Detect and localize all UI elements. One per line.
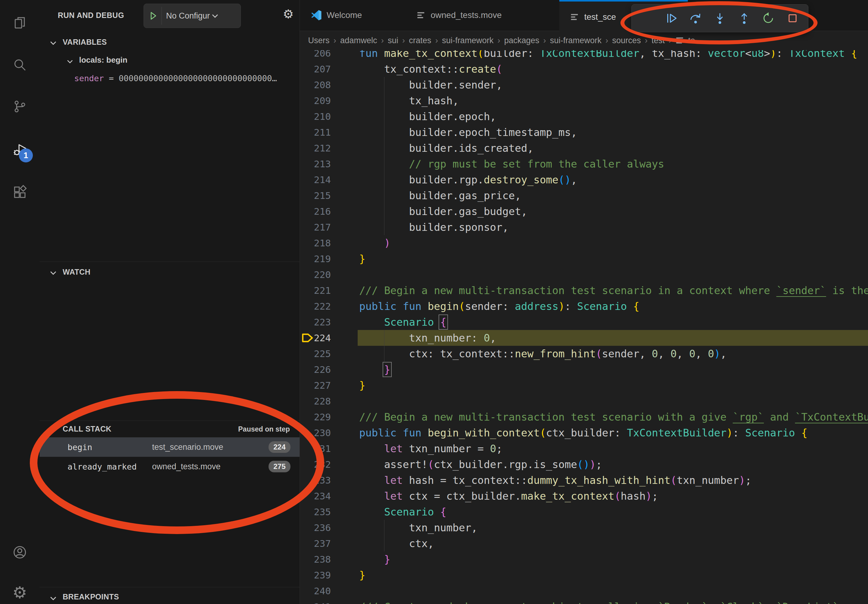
debug-gear-icon[interactable]: ⚙ — [283, 8, 294, 20]
step-into-button[interactable] — [709, 7, 730, 29]
code-line[interactable]: 228 — [300, 393, 868, 409]
continue-button[interactable] — [661, 7, 682, 29]
breadcrumb-item[interactable]: sui-framework — [550, 36, 601, 45]
line-number[interactable]: 220 — [309, 267, 331, 283]
drag-handle[interactable] — [637, 7, 658, 29]
code-line[interactable]: 219} — [300, 251, 868, 267]
line-number[interactable]: 229 — [309, 409, 331, 425]
line-number[interactable]: 214 — [309, 172, 331, 187]
breadcrumb-item[interactable]: crates — [409, 36, 432, 45]
code-line[interactable]: 232 assert!(ctx_builder.rgp.is_some()); — [300, 457, 868, 472]
code-line[interactable]: 221/// Begin a new multi-transaction tes… — [300, 283, 868, 298]
line-number[interactable]: 235 — [309, 504, 331, 520]
stack-frame-already_marked[interactable]: already_markedowned_tests.move275 — [40, 457, 299, 476]
chevron-down-icon[interactable] — [49, 426, 58, 435]
code-line[interactable]: 238 } — [300, 551, 868, 567]
explorer-icon[interactable] — [0, 8, 40, 38]
breadcrumb-item[interactable]: adamwelc — [340, 36, 377, 45]
breadcrumb-item[interactable]: Users — [308, 36, 330, 45]
chevron-down-icon[interactable] — [49, 268, 58, 277]
line-number[interactable]: 210 — [309, 108, 331, 124]
tab-owned_tests.move[interactable]: owned_tests.move — [406, 0, 560, 30]
line-number[interactable]: 231 — [309, 441, 331, 457]
code-line[interactable]: 235 Scenario { — [300, 504, 868, 520]
breakpoints-section-header[interactable]: BREAKPOINTS — [63, 592, 119, 601]
code-line[interactable]: 217 builder.sponsor, — [300, 219, 868, 235]
code-line[interactable]: 225 ctx: tx_context::new_from_hint(sende… — [300, 346, 868, 362]
line-number[interactable]: 211 — [309, 124, 331, 140]
line-number[interactable]: 238 — [309, 551, 331, 567]
code-line[interactable]: 234 let ctx = ctx_builder.make_tx_contex… — [300, 488, 868, 504]
line-number[interactable]: 230 — [309, 425, 331, 441]
line-number[interactable]: 228 — [309, 393, 331, 409]
code-line[interactable]: 214 builder.rgp.destroy_some(), — [300, 172, 868, 187]
variables-section-header[interactable]: VARIABLES — [63, 38, 107, 46]
code-line[interactable]: 227} — [300, 378, 868, 393]
code-line[interactable]: 207 tx_context::create( — [300, 61, 868, 77]
line-number[interactable]: 224 — [309, 330, 331, 346]
code-line[interactable]: 231 let txn_number = 0; — [300, 441, 868, 457]
code-line[interactable]: 211 builder.epoch_timestamp_ms, — [300, 124, 868, 140]
breadcrumb-item-file[interactable]: te — [688, 36, 695, 45]
code-line[interactable]: 224 txn_number: 0, — [300, 330, 868, 346]
line-number[interactable]: 216 — [309, 203, 331, 219]
line-number[interactable]: 221 — [309, 283, 331, 298]
tab-Welcome[interactable]: Welcome — [300, 0, 406, 30]
breadcrumb-item[interactable]: sui — [388, 36, 398, 45]
line-number[interactable]: 233 — [309, 472, 331, 488]
line-number[interactable]: 217 — [309, 219, 331, 235]
breadcrumb-item[interactable]: sui-framework — [442, 36, 494, 45]
line-number[interactable]: 218 — [309, 235, 331, 251]
line-number[interactable]: 241 — [309, 599, 331, 604]
line-number[interactable]: 213 — [309, 156, 331, 172]
chevron-down-icon[interactable] — [49, 38, 58, 48]
variables-scope-locals[interactable]: locals: begin — [79, 55, 127, 65]
chevron-down-icon[interactable] — [49, 594, 58, 603]
step-over-button[interactable] — [685, 7, 706, 29]
code-line[interactable]: 213 // rgp must be set from the caller a… — [300, 156, 868, 172]
watch-section-header[interactable]: WATCH — [63, 268, 90, 276]
code-line[interactable]: 223 Scenario { — [300, 314, 868, 330]
breadcrumb-item[interactable]: test — [651, 36, 665, 45]
line-number[interactable]: 215 — [309, 187, 331, 203]
debug-config-dropdown[interactable]: No Configur — [144, 4, 241, 28]
line-number[interactable]: 212 — [309, 140, 331, 156]
line-number[interactable]: 240 — [309, 583, 331, 599]
line-number[interactable]: 209 — [309, 93, 331, 108]
code-line[interactable]: 230public fun begin_with_context(ctx_bui… — [300, 425, 868, 441]
restart-button[interactable] — [758, 7, 779, 29]
stack-frame-begin[interactable]: begintest_scenario.move224 — [40, 437, 299, 457]
code-line[interactable]: 241/// Creates and shares system objects… — [300, 599, 868, 604]
code-line[interactable]: 209 tx_hash, — [300, 93, 868, 108]
code-line[interactable]: 229/// Begin a new multi-transaction tes… — [300, 409, 868, 425]
account-icon[interactable] — [0, 537, 40, 567]
chevron-down-icon[interactable] — [66, 57, 74, 66]
line-number[interactable]: 236 — [309, 520, 331, 536]
line-number[interactable]: 234 — [309, 488, 331, 504]
code-line[interactable]: 240 — [300, 583, 868, 599]
line-number[interactable]: 237 — [309, 536, 331, 551]
code-line[interactable]: 215 builder.gas_price, — [300, 187, 868, 203]
line-number[interactable]: 227 — [309, 378, 331, 393]
step-out-button[interactable] — [733, 7, 755, 29]
code-line[interactable]: 236 txn_number, — [300, 520, 868, 536]
settings-icon[interactable]: ⚙ — [0, 577, 40, 604]
line-number[interactable]: 239 — [309, 567, 331, 583]
search-icon[interactable] — [0, 50, 40, 80]
code-line[interactable]: 239} — [300, 567, 868, 583]
code-line[interactable]: 218 ) — [300, 235, 868, 251]
extensions-icon[interactable] — [0, 177, 40, 208]
line-number[interactable]: 223 — [309, 314, 331, 330]
code-area[interactable]: 206fun make_tx_context(builder: TxContex… — [300, 0, 868, 604]
line-number[interactable]: 222 — [309, 298, 331, 314]
code-line[interactable]: 233 let hash = tx_context::dummy_tx_hash… — [300, 472, 868, 488]
line-number[interactable]: 232 — [309, 457, 331, 472]
run-and-debug-icon[interactable]: 1 — [0, 135, 40, 165]
code-line[interactable]: 210 builder.epoch, — [300, 108, 868, 124]
line-number[interactable]: 225 — [309, 346, 331, 362]
line-number[interactable]: 207 — [309, 61, 331, 77]
breadcrumb-item[interactable]: sources — [612, 36, 641, 45]
code-line[interactable]: 226 } — [300, 362, 868, 378]
source-control-icon[interactable] — [0, 91, 40, 122]
variable-sender[interactable]: sender = 0000000000000000000000000000000… — [74, 74, 295, 83]
